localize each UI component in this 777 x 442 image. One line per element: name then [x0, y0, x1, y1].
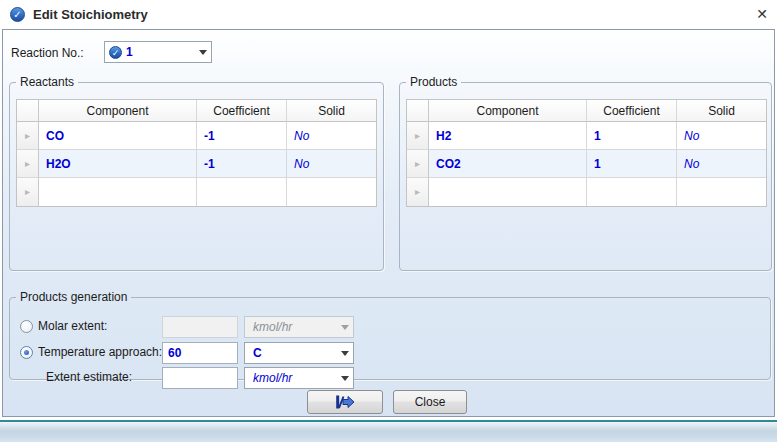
molar-extent-unit-select: kmol/hr: [244, 316, 354, 338]
row-arrow-icon: ▸: [415, 159, 420, 169]
component-cell[interactable]: H2: [429, 122, 587, 150]
molar-extent-input: [162, 316, 238, 338]
column-header-component: Component: [429, 100, 587, 122]
table-row: ▸ CO -1 No: [17, 122, 376, 150]
next-reaction-button[interactable]: [307, 390, 383, 414]
title-bar: ✓ Edit Stoichiometry ✕: [0, 0, 777, 29]
column-header-coefficient: Coefficient: [197, 100, 287, 122]
reactants-table: Component Coefficient Solid ▸ CO -1 No ▸…: [16, 99, 377, 207]
component-cell[interactable]: [39, 178, 197, 206]
products-generation-title: Products generation: [16, 290, 131, 304]
column-header-component: Component: [39, 100, 197, 122]
row-arrow-icon: ▸: [25, 131, 30, 141]
chevron-down-icon: [341, 351, 349, 356]
temperature-unit-select[interactable]: C: [244, 342, 354, 364]
row-selector[interactable]: ▸: [17, 178, 39, 206]
row-arrow-icon: ▸: [415, 131, 420, 141]
component-cell[interactable]: [429, 178, 587, 206]
solid-cell[interactable]: [287, 178, 376, 206]
reaction-number-select[interactable]: ✓ 1: [104, 41, 212, 63]
coefficient-cell[interactable]: 1: [587, 122, 677, 150]
row-selector[interactable]: ▸: [407, 122, 429, 150]
row-arrow-icon: ▸: [415, 187, 420, 197]
table-row-new: ▸: [17, 178, 376, 206]
row-selector[interactable]: ▸: [17, 150, 39, 178]
check-icon: ✓: [109, 46, 122, 59]
reactants-groupbox: Reactants Component Coefficient Solid ▸ …: [9, 75, 384, 271]
table-row-new: ▸: [407, 178, 766, 206]
temperature-approach-label[interactable]: Temperature approach:: [38, 345, 162, 359]
table-row: ▸ H2 1 No: [407, 122, 766, 150]
products-title: Products: [406, 75, 461, 89]
close-button[interactable]: Close: [393, 390, 467, 414]
dialog-body: Reaction No.: ✓ 1 Reactants Component Co…: [2, 29, 775, 417]
column-header-solid: Solid: [287, 100, 376, 122]
temperature-approach-radio[interactable]: [20, 346, 33, 359]
column-header-coefficient: Coefficient: [587, 100, 677, 122]
dialog-check-icon: ✓: [10, 7, 25, 22]
products-groupbox: Products Component Coefficient Solid ▸ H…: [399, 75, 772, 271]
products-table: Component Coefficient Solid ▸ H2 1 No ▸ …: [406, 99, 767, 207]
close-icon[interactable]: ✕: [756, 6, 768, 22]
molar-extent-unit-value: kmol/hr: [249, 320, 339, 334]
table-header-row: Component Coefficient Solid: [407, 100, 766, 122]
reaction-number-value: 1: [122, 45, 197, 59]
table-header-row: Component Coefficient Solid: [17, 100, 376, 122]
coefficient-cell[interactable]: -1: [197, 122, 287, 150]
next-reaction-icon: [335, 395, 355, 409]
edit-stoichiometry-dialog: ✓ Edit Stoichiometry ✕ Reaction No.: ✓ 1…: [0, 0, 777, 442]
chevron-down-icon: [199, 50, 207, 55]
row-arrow-icon: ▸: [25, 187, 30, 197]
component-cell[interactable]: CO: [39, 122, 197, 150]
chevron-down-icon: [341, 325, 349, 330]
coefficient-cell[interactable]: [197, 178, 287, 206]
reactants-title: Reactants: [16, 75, 78, 89]
component-cell[interactable]: CO2: [429, 150, 587, 178]
column-header-solid: Solid: [677, 100, 766, 122]
coefficient-cell[interactable]: 1: [587, 150, 677, 178]
row-selector[interactable]: ▸: [407, 178, 429, 206]
extent-estimate-label: Extent estimate:: [46, 370, 132, 384]
solid-cell[interactable]: No: [677, 122, 766, 150]
dialog-title: Edit Stoichiometry: [33, 7, 148, 22]
status-strip: [0, 422, 777, 442]
row-selector[interactable]: ▸: [17, 122, 39, 150]
coefficient-cell[interactable]: [587, 178, 677, 206]
table-row: ▸ H2O -1 No: [17, 150, 376, 178]
products-generation-groupbox: Products generation Molar extent: kmol/h…: [9, 290, 771, 380]
solid-cell[interactable]: No: [287, 122, 376, 150]
corner-header-cell: [17, 100, 39, 122]
row-arrow-icon: ▸: [25, 159, 30, 169]
coefficient-cell[interactable]: -1: [197, 150, 287, 178]
solid-cell[interactable]: [677, 178, 766, 206]
table-row: ▸ CO2 1 No: [407, 150, 766, 178]
chevron-down-icon: [341, 376, 349, 381]
extent-estimate-unit-select[interactable]: kmol/hr: [244, 367, 354, 389]
temperature-unit-value: C: [249, 346, 339, 360]
extent-estimate-unit-value: kmol/hr: [249, 371, 339, 385]
reaction-number-label: Reaction No.:: [11, 46, 84, 60]
temperature-approach-input[interactable]: [162, 342, 238, 364]
solid-cell[interactable]: No: [677, 150, 766, 178]
solid-cell[interactable]: No: [287, 150, 376, 178]
corner-header-cell: [407, 100, 429, 122]
extent-estimate-input[interactable]: [162, 367, 238, 389]
molar-extent-radio[interactable]: [20, 320, 33, 333]
row-selector[interactable]: ▸: [407, 150, 429, 178]
molar-extent-label[interactable]: Molar extent:: [38, 319, 107, 333]
component-cell[interactable]: H2O: [39, 150, 197, 178]
